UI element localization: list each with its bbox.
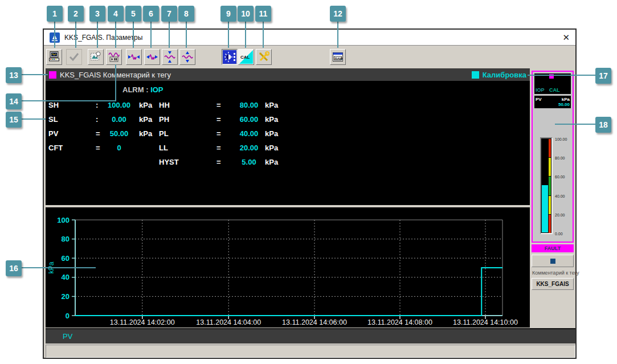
- trend-pause-button[interactable]: [106, 49, 122, 65]
- callout-line: [75, 22, 76, 48]
- snapshot-icon: [89, 51, 102, 63]
- fault-indicator: FAULT: [532, 244, 574, 252]
- bar-gauge: [540, 137, 553, 234]
- callout-badge-4: 4: [108, 6, 124, 22]
- alarm-status-box: IOP CAL: [534, 73, 571, 94]
- callout-line: [228, 22, 229, 48]
- calibration-button[interactable]: CAL: [238, 49, 254, 65]
- svg-text:20: 20: [62, 292, 70, 301]
- cal-status-label: CAL: [549, 87, 560, 93]
- pv-value-box: PV kPa 50.00: [534, 96, 571, 108]
- gauge-scale-label: 60.00: [555, 175, 565, 179]
- calibration-indicator: Калибровка: [471, 71, 528, 79]
- faceplate-panel: IOP CAL PV kPa 50.00 100.0080.0060.0040.…: [532, 71, 574, 243]
- callout-badge-17: 17: [595, 68, 611, 84]
- svg-text:100: 100: [57, 216, 70, 224]
- gauge-zone: [549, 158, 551, 176]
- svg-text:0: 0: [66, 312, 70, 320]
- callout-line: [337, 22, 338, 48]
- indicator-square-icon: [550, 259, 555, 264]
- callout-badge-11: 11: [255, 6, 271, 22]
- svg-text:13.11.2024 14:02:00: 13.11.2024 14:02:00: [110, 318, 175, 326]
- callout-line: [186, 22, 187, 48]
- trend-legend-bar: PV: [46, 328, 575, 343]
- callout-line: [115, 22, 116, 48]
- raw-values-button[interactable]: RAW: [330, 49, 346, 65]
- status-bar: [46, 345, 575, 358]
- svg-text:RAW: RAW: [335, 57, 343, 60]
- callout-badge-5: 5: [125, 6, 141, 22]
- gauge-zone-strip: [549, 139, 551, 232]
- faceplate-sidebar: IOP CAL PV kPa 50.00 100.0080.0060.0040.…: [530, 68, 575, 328]
- tag-header-bar: KKS_FGAIS Комментарий к тегу Калибровка: [46, 68, 530, 81]
- callout-line: [22, 100, 116, 101]
- alarm-value: IOP: [150, 85, 163, 94]
- param-row: PL=40.00kPa: [159, 129, 307, 144]
- callout-line: [555, 124, 595, 125]
- callout-line: [54, 22, 55, 48]
- calibration-label: Калибровка: [483, 71, 526, 79]
- callout-badge-15: 15: [6, 112, 22, 128]
- callout-line: [150, 22, 152, 48]
- callout-line: [22, 74, 48, 75]
- svg-text:CAL: CAL: [240, 55, 250, 60]
- pv-unit: kPa: [562, 97, 570, 102]
- backlight-icon: [223, 50, 236, 64]
- callout-badge-12: 12: [330, 6, 346, 22]
- callout-line: [22, 267, 96, 268]
- gauge-fill: [542, 185, 548, 232]
- apply-button[interactable]: [66, 49, 82, 65]
- callout-line: [97, 22, 98, 48]
- param-row: PH=60.00kPa: [159, 115, 307, 129]
- callout-badge-16: 16: [6, 260, 22, 276]
- param-row: LL=20.00kPa: [159, 144, 307, 158]
- compress-horizontal-icon: [128, 51, 140, 63]
- callout-badge-3: 3: [89, 6, 105, 22]
- tag-name-button[interactable]: KKS_FGAIS: [532, 278, 574, 290]
- pv-value: 50.00: [558, 102, 570, 107]
- expand-horizontal-icon: [146, 51, 158, 63]
- callout-line: [169, 22, 170, 48]
- callout-line: [245, 22, 246, 48]
- close-icon[interactable]: ✕: [562, 33, 570, 42]
- compress-vertical-button[interactable]: [162, 49, 178, 65]
- callout-badge-13: 13: [6, 67, 22, 83]
- gauge-zone: [549, 196, 551, 214]
- calibration-icon: CAL: [239, 50, 253, 64]
- svg-text:60: 60: [62, 254, 70, 263]
- expand-vertical-icon: [181, 51, 194, 63]
- snapshot-button[interactable]: [88, 49, 104, 65]
- legend-pv-label: PV: [63, 332, 72, 341]
- backlight-button[interactable]: [222, 49, 238, 65]
- comment-label: Комментарий к тегу: [532, 270, 579, 276]
- svg-text:13.11.2024 14:08:00: 13.11.2024 14:08:00: [367, 318, 432, 326]
- callout-line: [22, 118, 46, 120]
- apply-check-icon: [68, 51, 80, 63]
- compress-horizontal-button[interactable]: [126, 49, 142, 65]
- svg-text:13.11.2024 14:10:00: 13.11.2024 14:10:00: [453, 318, 518, 326]
- parameters-panel: ALRM : IOP SH:100.00kPaSL:0.00kPaPV=50.0…: [46, 81, 530, 205]
- tools-button[interactable]: [256, 49, 272, 65]
- annotated-screenshot: KKS_FGAIS. Параметры ✕: [0, 0, 617, 364]
- trend-chart: 13.11.2024 14:02:0013.11.2024 14:04:0013…: [46, 207, 530, 328]
- callout-badge-8: 8: [178, 6, 194, 22]
- svg-text:40: 40: [62, 273, 70, 281]
- title-bar: KKS_FGAIS. Параметры ✕: [44, 30, 575, 46]
- callout-badge-9: 9: [220, 6, 236, 22]
- tag-status-square: [49, 71, 56, 79]
- iop-status-label: IOP: [536, 87, 545, 93]
- callout-line: [133, 22, 134, 48]
- print-screen-button[interactable]: [46, 49, 62, 65]
- callout-line: [528, 75, 595, 76]
- gauge-scale-label: 0.00: [555, 232, 563, 236]
- gauge-scale-label: 100.00: [555, 137, 567, 141]
- compress-vertical-icon: [164, 51, 176, 63]
- trend-chart-panel: 13.11.2024 14:02:0013.11.2024 14:04:0013…: [46, 207, 530, 328]
- acknowledge-button[interactable]: [532, 255, 574, 267]
- expand-vertical-button[interactable]: [179, 49, 195, 65]
- tools-icon: [258, 51, 270, 63]
- print-screen-icon: [48, 51, 60, 63]
- gauge-scale-label: 40.00: [555, 194, 565, 198]
- param-row: HH=80.00kPa: [159, 101, 307, 115]
- expand-horizontal-button[interactable]: [144, 49, 160, 65]
